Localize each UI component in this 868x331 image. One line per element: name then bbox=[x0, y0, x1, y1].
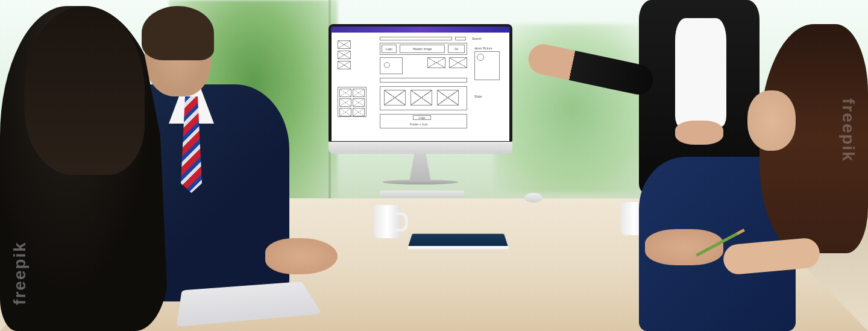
wireframe-label-header-image: Header Image bbox=[413, 47, 432, 51]
person-seated-woman-right bbox=[723, 24, 868, 331]
wireframe-label-logo: Logo bbox=[386, 47, 392, 51]
notebook-folder bbox=[407, 234, 509, 250]
hand-on-table bbox=[265, 238, 338, 274]
watermark-text: freepik bbox=[838, 98, 858, 162]
wireframe-label-footer: Footer + Icon bbox=[410, 122, 428, 126]
wireframe-label-slider: Slider bbox=[474, 95, 482, 98]
coffee-mug bbox=[374, 205, 401, 238]
wireframe-label-footer-logo: Logo bbox=[418, 116, 425, 119]
wireframe-label-about: about Picture bbox=[474, 46, 492, 50]
wireframe-mockup: Search Logo Header Image Ad bbox=[335, 36, 506, 138]
keyboard bbox=[380, 191, 464, 198]
watermark-text: freepik bbox=[10, 241, 30, 305]
wireframe-label-ad: Ad bbox=[454, 47, 458, 51]
wireframe-label-search: Search bbox=[472, 37, 482, 40]
desktop-monitor: Search Logo Header Image Ad bbox=[329, 24, 512, 175]
monitor-screen: Search Logo Header Image Ad bbox=[332, 33, 509, 141]
computer-mouse bbox=[524, 193, 542, 203]
